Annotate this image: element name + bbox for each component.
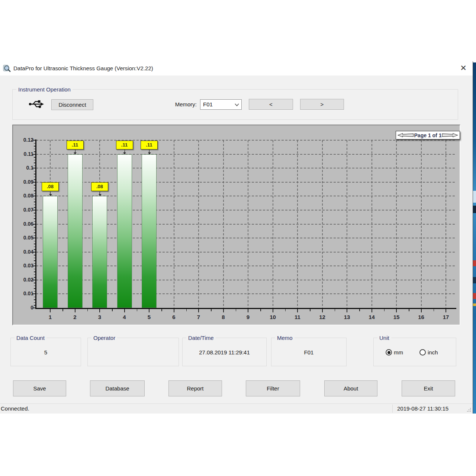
- radio-icon: [386, 349, 392, 356]
- x-minor-tick: [260, 309, 261, 311]
- v-gridline: [421, 140, 422, 308]
- sliver-patch: [473, 303, 476, 306]
- group-label: Unit: [377, 335, 391, 341]
- x-major-tick: [248, 309, 248, 312]
- v-gridline: [297, 140, 298, 308]
- x-minor-tick: [112, 309, 113, 311]
- memory-label: Memory:: [158, 101, 197, 107]
- group-label: Instrument Operation: [16, 86, 73, 93]
- info-box-date-time: Date/Time27.08.2019 11:29:41: [182, 338, 267, 366]
- next-memory-button[interactable]: >: [300, 99, 344, 110]
- data-count-value: 5: [11, 349, 81, 356]
- v-gridline: [248, 140, 248, 308]
- status-datetime: 2019-08-27 11:30:15: [397, 404, 448, 414]
- y-tick-label: 0.1: [13, 165, 33, 171]
- x-tick-label: 5: [142, 314, 157, 320]
- status-separator: [392, 405, 393, 413]
- filter-button[interactable]: Filter: [246, 380, 300, 396]
- group-label: Memo: [275, 335, 295, 341]
- report-button[interactable]: Report: [168, 380, 222, 396]
- usb-icon: [28, 99, 45, 110]
- x-minor-tick: [137, 309, 138, 311]
- info-box-data-count: Data Count5: [10, 338, 81, 366]
- y-axis: [35, 139, 36, 309]
- resize-grip[interactable]: [467, 408, 471, 412]
- x-major-tick: [149, 309, 149, 312]
- x-tick-label: 7: [191, 314, 206, 320]
- close-button[interactable]: ✕: [456, 62, 470, 74]
- x-major-tick: [446, 309, 446, 312]
- connection-status: Connected.: [1, 404, 29, 414]
- x-major-tick: [50, 309, 51, 312]
- x-tick-label: 2: [68, 314, 83, 320]
- x-tick-label: 14: [364, 314, 379, 320]
- page-navigator: Page 1 of 1: [396, 131, 460, 139]
- y-tick-label: 0: [13, 305, 33, 311]
- x-minor-tick: [161, 309, 162, 311]
- memory-selected-value: F01: [203, 100, 213, 109]
- x-tick-label: 9: [241, 314, 255, 320]
- bar-label-arrowhead: [49, 194, 52, 196]
- x-major-tick: [396, 309, 397, 312]
- memory-dropdown[interactable]: F01: [200, 99, 242, 110]
- x-tick-label: 17: [438, 314, 453, 320]
- y-tick-label: 0.12: [13, 137, 33, 143]
- x-major-tick: [372, 309, 372, 312]
- x-minor-tick: [434, 309, 434, 311]
- disconnect-button[interactable]: Disconnect: [51, 99, 93, 110]
- about-button[interactable]: About: [324, 380, 377, 396]
- x-major-tick: [75, 309, 75, 312]
- x-major-tick: [198, 309, 199, 312]
- x-axis: [35, 308, 456, 309]
- database-button[interactable]: Database: [90, 380, 145, 396]
- x-major-tick: [297, 309, 298, 312]
- app-window: DataPro for Ultrasonic Thickness Gauge (…: [0, 61, 473, 414]
- x-major-tick: [99, 309, 100, 312]
- v-gridline: [372, 140, 372, 308]
- bar: [117, 154, 132, 308]
- v-gridline: [273, 140, 273, 308]
- page-prev-icon[interactable]: [398, 133, 414, 138]
- y-tick-label: 0.11: [13, 151, 33, 157]
- x-major-tick: [174, 309, 174, 312]
- x-tick-label: 4: [117, 314, 132, 320]
- date-time-value: 27.08.2019 11:29:41: [183, 349, 266, 356]
- x-minor-tick: [384, 309, 385, 311]
- window-title: DataPro for Ultrasonic Thickness Gauge (…: [13, 61, 153, 75]
- chart-panel: 00.010.020.030.040.050.060.070.080.090.1…: [12, 125, 460, 325]
- app-icon: [3, 64, 11, 73]
- y-tick-label: 0.09: [13, 179, 33, 185]
- x-minor-tick: [62, 309, 63, 311]
- v-gridline: [396, 140, 397, 308]
- x-major-tick: [273, 309, 273, 312]
- chevron-down-icon: [235, 103, 239, 106]
- radio-inch[interactable]: inch: [419, 349, 438, 356]
- exit-button[interactable]: Exit: [402, 380, 455, 396]
- x-tick-label: 11: [290, 314, 305, 320]
- v-gridline: [322, 140, 323, 308]
- y-tick-label: 0.06: [13, 221, 33, 227]
- page-next-icon[interactable]: [441, 133, 458, 138]
- y-tick-label: 0.03: [13, 263, 33, 268]
- memo-value: F01: [271, 349, 346, 356]
- title-bar: DataPro for Ultrasonic Thickness Gauge (…: [0, 61, 473, 75]
- v-gridline: [174, 140, 174, 308]
- bar-value-label: .08: [42, 182, 59, 191]
- x-minor-tick: [87, 309, 88, 311]
- y-tick-label: 0.01: [13, 290, 33, 296]
- sliver-patch: [473, 293, 476, 299]
- bar: [68, 154, 83, 308]
- radio-mm[interactable]: mm: [386, 349, 403, 356]
- x-tick-label: 10: [266, 314, 280, 320]
- x-tick-label: 12: [315, 314, 330, 320]
- group-label: Operator: [91, 335, 117, 341]
- x-tick-label: 13: [340, 314, 354, 320]
- x-minor-tick: [310, 309, 311, 311]
- y-tick-label: 0.05: [13, 235, 33, 241]
- x-major-tick: [223, 309, 224, 312]
- chart-plot: 00.010.020.030.040.050.060.070.080.090.1…: [13, 125, 460, 325]
- x-minor-tick: [409, 309, 409, 311]
- bar-label-arrowhead: [148, 152, 151, 154]
- prev-memory-button[interactable]: <: [249, 99, 293, 110]
- save-button[interactable]: Save: [13, 380, 66, 396]
